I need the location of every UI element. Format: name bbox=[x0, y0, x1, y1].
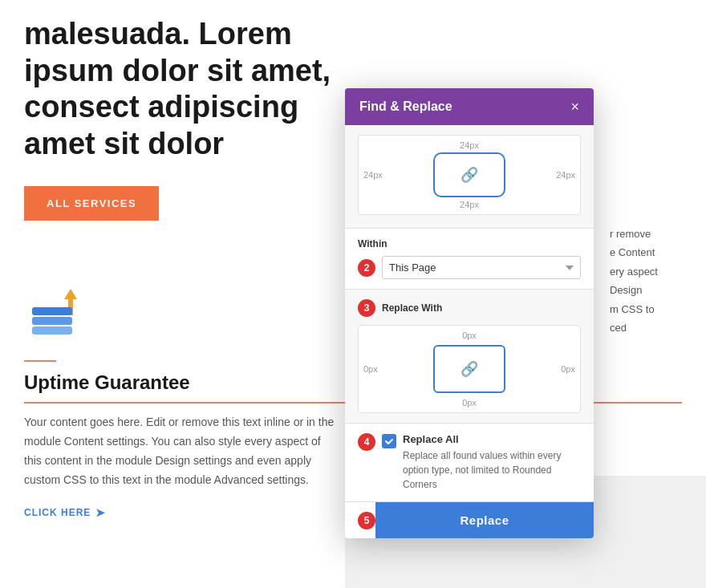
replace-all-content: Replace All Replace all found values wit… bbox=[403, 433, 581, 492]
replace-with-label: Replace With bbox=[382, 302, 442, 314]
step-3-badge: 3 bbox=[358, 299, 375, 317]
svg-marker-0 bbox=[64, 289, 77, 299]
find-padding-diagram: 24px 24px 24px 24px 🔗 bbox=[358, 135, 581, 215]
service-text: Your content goes here. Edit or remove t… bbox=[24, 413, 337, 489]
pad-left-label: 24px bbox=[363, 170, 383, 180]
replace-pad-bottom: 0px bbox=[462, 398, 477, 408]
within-select[interactable]: This Page Entire Site bbox=[382, 256, 581, 279]
replace-inner-box: 🔗 bbox=[433, 345, 505, 393]
svg-rect-2 bbox=[32, 307, 72, 315]
replace-all-title: Replace All bbox=[403, 433, 581, 445]
find-inner-box: 🔗 bbox=[433, 152, 505, 197]
replace-all-section: 4 Replace All Replace all found values w… bbox=[345, 424, 594, 502]
replace-btn-row: 5 Replace bbox=[345, 502, 594, 538]
step-4-badge: 4 bbox=[358, 433, 375, 451]
replace-pad-left: 0px bbox=[363, 364, 378, 374]
within-label: Within bbox=[358, 238, 581, 249]
replace-all-row: 4 Replace All Replace all found values w… bbox=[358, 433, 581, 492]
modal-header: Find & Replace × bbox=[345, 88, 594, 125]
modal-title: Find & Replace bbox=[359, 99, 452, 114]
modal-body: 24px 24px 24px 24px 🔗 Within 2 This Page… bbox=[345, 125, 594, 538]
step-2-badge: 2 bbox=[358, 259, 375, 277]
replace-with-header-row: 3 Replace With bbox=[358, 299, 581, 317]
step-5-badge: 5 bbox=[358, 512, 375, 529]
find-replace-modal: Find & Replace × 24px 24px 24px 24px 🔗 W… bbox=[345, 88, 594, 538]
within-section: Within 2 This Page Entire Site bbox=[345, 229, 594, 290]
link-icon: 🔗 bbox=[461, 166, 478, 184]
svg-rect-4 bbox=[32, 326, 72, 335]
pad-bottom-label: 24px bbox=[460, 200, 479, 209]
all-services-button[interactable]: ALL SERVICES bbox=[24, 186, 159, 221]
svg-rect-3 bbox=[32, 317, 72, 325]
bg-right-text: r remove e Content ery aspect Design m C… bbox=[610, 225, 682, 337]
replace-with-section: 3 Replace With 0px 0px 0px 0px 🔗 bbox=[345, 290, 594, 424]
replace-pad-right: 0px bbox=[561, 364, 575, 374]
bg-title: malesuada. Lorem ipsum dolor sit amet, c… bbox=[24, 16, 337, 162]
service-underline bbox=[24, 360, 56, 362]
arrow-icon: ➤ bbox=[95, 506, 106, 519]
replace-padding-diagram: 0px 0px 0px 0px 🔗 bbox=[358, 325, 581, 413]
within-row: 2 This Page Entire Site bbox=[358, 256, 581, 279]
replace-all-desc: Replace all found values within every op… bbox=[403, 448, 581, 492]
modal-close-button[interactable]: × bbox=[570, 99, 579, 114]
replace-button[interactable]: Replace bbox=[375, 502, 594, 538]
check-icon[interactable] bbox=[382, 434, 396, 448]
replace-link-icon: 🔗 bbox=[461, 360, 478, 378]
pad-right-label: 24px bbox=[556, 170, 575, 180]
find-diagram-section: 24px 24px 24px 24px 🔗 bbox=[345, 125, 594, 229]
pad-top-label: 24px bbox=[460, 140, 479, 150]
replace-pad-top: 0px bbox=[462, 330, 477, 340]
